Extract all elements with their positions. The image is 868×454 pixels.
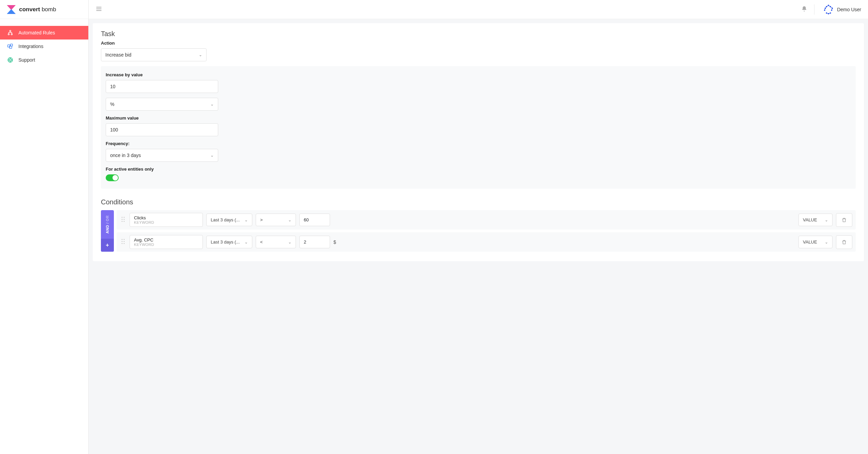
max-value-input[interactable]: 100 <box>106 123 218 136</box>
chevron-down-icon: ⌄ <box>210 102 214 107</box>
svg-point-19 <box>831 10 832 11</box>
svg-point-28 <box>124 221 125 222</box>
condition-row: Clicks KEYWORD Last 3 days (... ⌄ > ⌄ <box>117 210 856 230</box>
svg-point-29 <box>122 239 123 240</box>
svg-point-21 <box>830 12 831 13</box>
frequency-label: Frequency: <box>106 141 851 146</box>
period-select[interactable]: Last 3 days (... ⌄ <box>206 236 252 248</box>
task-title: Task <box>101 30 856 38</box>
svg-point-20 <box>826 12 827 13</box>
svg-point-2 <box>8 34 10 35</box>
frequency-select[interactable]: once in 3 days ⌄ <box>106 149 218 162</box>
chevron-down-icon: ⌄ <box>825 240 828 245</box>
logo-icon <box>7 5 16 14</box>
chevron-down-icon: ⌄ <box>288 218 291 222</box>
notifications-icon[interactable] <box>801 6 807 13</box>
svg-point-9 <box>9 59 11 61</box>
sidebar-item-automated-rules[interactable]: Automated Rules <box>0 26 88 40</box>
increase-label: Increase by value <box>106 72 851 77</box>
sidebar: convert bomb Automated Rules Integration… <box>0 0 89 454</box>
svg-point-23 <box>122 217 123 218</box>
conditions-title: Conditions <box>101 198 856 206</box>
unit-select[interactable]: % ⌄ <box>106 98 218 111</box>
value-input[interactable]: 2 <box>299 236 330 248</box>
metric-select[interactable]: Clicks KEYWORD <box>130 213 203 227</box>
svg-marker-1 <box>7 9 16 14</box>
max-label: Maximum value <box>106 115 851 121</box>
delete-condition-button[interactable] <box>836 213 852 227</box>
metric-select[interactable]: Avg. CPC KEYWORD <box>130 235 203 249</box>
chevron-down-icon: ⌄ <box>244 218 248 222</box>
rules-icon <box>7 30 14 36</box>
task-panel: Task Action Increase bid ⌄ Increase by v… <box>93 23 864 261</box>
drag-handle-icon[interactable] <box>120 216 126 223</box>
svg-point-30 <box>124 239 125 240</box>
menu-toggle-icon[interactable] <box>95 5 102 13</box>
integrations-icon <box>7 43 14 49</box>
svg-point-33 <box>122 243 123 244</box>
svg-point-32 <box>124 241 125 242</box>
svg-point-13 <box>828 5 829 6</box>
frequency-value: once in 3 days <box>110 153 141 158</box>
svg-point-15 <box>826 6 827 7</box>
drag-handle-icon[interactable] <box>120 238 126 246</box>
operator-select[interactable]: < ⌄ <box>256 236 296 248</box>
svg-point-27 <box>122 221 123 222</box>
logo[interactable]: convert bomb <box>0 0 88 19</box>
logo-text: convert bomb <box>19 6 56 13</box>
and-or-operator[interactable]: AND / OR + <box>101 210 114 252</box>
condition-row: Avg. CPC KEYWORD Last 3 days (... ⌄ < ⌄ <box>117 232 856 252</box>
sidebar-item-label: Integrations <box>18 44 43 49</box>
svg-point-25 <box>122 219 123 220</box>
active-entities-label: For active entities only <box>106 167 851 172</box>
operator-select[interactable]: > ⌄ <box>256 214 296 226</box>
svg-point-18 <box>824 10 825 11</box>
nav: Automated Rules Integrations Support <box>0 19 88 67</box>
trash-icon <box>841 217 847 223</box>
svg-point-24 <box>124 217 125 218</box>
and-or-label: AND / OR <box>105 215 109 234</box>
chevron-down-icon: ⌄ <box>210 153 214 158</box>
value-type-select[interactable]: VALUE ⌄ <box>798 236 833 248</box>
sidebar-item-support[interactable]: Support <box>0 53 88 67</box>
user-menu[interactable]: Demo User <box>821 4 861 15</box>
divider <box>814 4 814 15</box>
chevron-down-icon: ⌄ <box>288 240 291 245</box>
task-details: Increase by value 10 % ⌄ Maximum value <box>101 66 856 189</box>
svg-point-4 <box>10 30 11 32</box>
action-value: Increase bid <box>105 52 131 58</box>
svg-point-26 <box>124 219 125 220</box>
svg-point-14 <box>830 6 831 7</box>
unit-value: % <box>110 101 114 107</box>
active-entities-toggle[interactable] <box>106 174 119 181</box>
period-select[interactable]: Last 3 days (... ⌄ <box>206 214 252 226</box>
topbar: Demo User <box>89 0 868 19</box>
value-input[interactable]: 60 <box>299 214 330 226</box>
sidebar-item-label: Automated Rules <box>18 30 55 35</box>
sidebar-item-integrations[interactable]: Integrations <box>0 40 88 53</box>
svg-point-16 <box>825 7 826 9</box>
chevron-down-icon: ⌄ <box>244 240 248 245</box>
svg-point-22 <box>828 13 829 14</box>
svg-point-3 <box>11 34 13 35</box>
action-label: Action <box>101 41 856 46</box>
conditions-block: AND / OR + Clicks <box>101 210 856 252</box>
sidebar-item-label: Support <box>18 57 35 63</box>
chevron-down-icon: ⌄ <box>199 52 202 57</box>
value-type-select[interactable]: VALUE ⌄ <box>798 214 833 226</box>
support-icon <box>7 57 14 63</box>
svg-point-17 <box>832 7 833 9</box>
svg-rect-7 <box>11 44 13 46</box>
user-name: Demo User <box>837 7 861 12</box>
action-select[interactable]: Increase bid ⌄ <box>101 48 207 61</box>
value-unit: $ <box>333 239 339 245</box>
svg-point-31 <box>122 241 123 242</box>
svg-point-34 <box>124 243 125 244</box>
add-condition-group-button[interactable]: + <box>101 239 114 252</box>
increase-value-input[interactable]: 10 <box>106 80 218 93</box>
avatar-icon <box>823 4 834 15</box>
delete-condition-button[interactable] <box>836 235 852 249</box>
chevron-down-icon: ⌄ <box>825 218 828 222</box>
trash-icon <box>841 239 847 245</box>
